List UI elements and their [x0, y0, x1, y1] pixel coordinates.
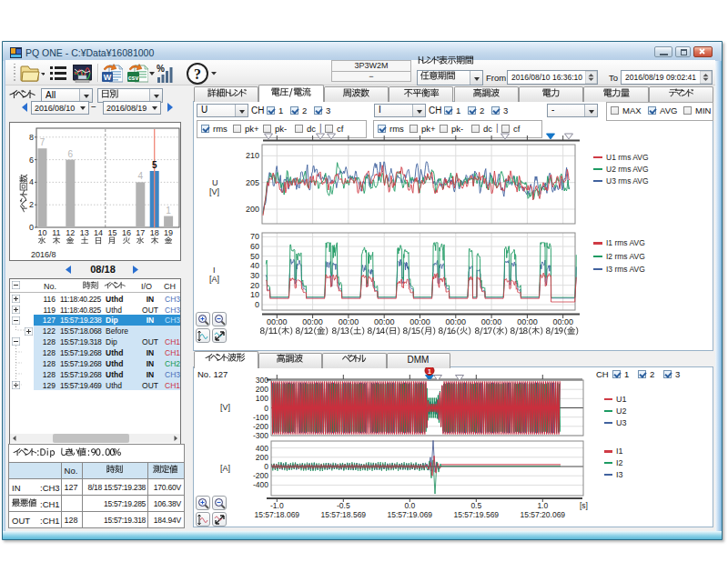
svg-text:50: 50: [250, 252, 259, 261]
svg-text:15:57:19.569: 15:57:19.569: [453, 510, 499, 519]
svg-text:00:00: 00:00: [517, 317, 538, 326]
svg-text:00:00: 00:00: [446, 317, 467, 326]
svg-text:200: 200: [256, 385, 268, 394]
svg-text:60: 60: [250, 242, 259, 251]
svg-text:W: W: [104, 73, 112, 82]
svg-text:8: 8: [29, 133, 34, 142]
svg-text:17: 17: [136, 228, 145, 237]
svg-text:1.0: 1.0: [537, 501, 548, 510]
svg-text:15:57:20.069: 15:57:20.069: [520, 510, 565, 519]
svg-text:-100: -100: [253, 413, 268, 422]
svg-text:30: 30: [250, 271, 259, 280]
svg-text:0.0: 0.0: [404, 501, 415, 510]
svg-text:6: 6: [29, 156, 34, 165]
svg-text:16: 16: [122, 228, 131, 237]
svg-text:14: 14: [94, 228, 103, 237]
svg-text:200: 200: [256, 453, 268, 462]
svg-text:5: 5: [152, 160, 157, 170]
svg-text:15:57:18.569: 15:57:18.569: [320, 510, 366, 519]
svg-text:0: 0: [29, 223, 34, 232]
svg-text:10: 10: [37, 228, 46, 237]
svg-text:0: 0: [255, 300, 259, 309]
svg-text:400: 400: [256, 444, 268, 453]
svg-text:6: 6: [68, 149, 74, 159]
svg-text:00:00: 00:00: [267, 317, 288, 326]
svg-text:-200: -200: [253, 471, 268, 480]
svg-text:70: 70: [250, 232, 259, 241]
svg-text:%: %: [157, 64, 165, 74]
svg-text:4: 4: [138, 171, 144, 181]
svg-text:205: 205: [246, 178, 259, 187]
svg-text:0: 0: [264, 404, 268, 413]
svg-text:10: 10: [250, 290, 259, 299]
svg-text:210: 210: [246, 151, 259, 160]
svg-text:csv: csv: [128, 75, 139, 81]
svg-text:-0.5: -0.5: [337, 501, 350, 510]
svg-text:00:00: 00:00: [552, 317, 573, 326]
svg-text:20: 20: [250, 281, 259, 290]
svg-text:40: 40: [250, 261, 259, 270]
svg-text:7: 7: [40, 137, 46, 147]
svg-text:-400: -400: [253, 480, 268, 489]
svg-text:15:57:18.069: 15:57:18.069: [254, 510, 299, 519]
svg-text:300: 300: [256, 376, 268, 385]
svg-text:00:00: 00:00: [410, 317, 430, 326]
svg-text:200: 200: [246, 205, 259, 214]
svg-text:12: 12: [66, 228, 75, 237]
svg-text:15:57:19.069: 15:57:19.069: [387, 510, 432, 519]
svg-text:0: 0: [264, 462, 268, 471]
svg-text:-1.0: -1.0: [270, 501, 284, 510]
svg-text:19: 19: [164, 228, 173, 237]
svg-text:15: 15: [107, 228, 116, 237]
svg-text:1: 1: [166, 206, 171, 216]
svg-text:00:00: 00:00: [481, 317, 502, 326]
svg-text:[s]: [s]: [580, 501, 588, 510]
svg-text:100: 100: [256, 394, 268, 403]
svg-text:?: ?: [194, 66, 201, 82]
svg-text:11: 11: [52, 228, 60, 237]
svg-text:1: 1: [428, 368, 431, 375]
svg-text:-200: -200: [253, 422, 268, 431]
svg-text:0.5: 0.5: [470, 501, 481, 510]
svg-text:00:00: 00:00: [302, 317, 323, 326]
svg-text:00:00: 00:00: [339, 317, 359, 326]
svg-text:13: 13: [80, 228, 89, 237]
svg-text:-300: -300: [253, 431, 268, 440]
svg-text:00:00: 00:00: [374, 317, 395, 326]
svg-text:18: 18: [150, 228, 159, 237]
